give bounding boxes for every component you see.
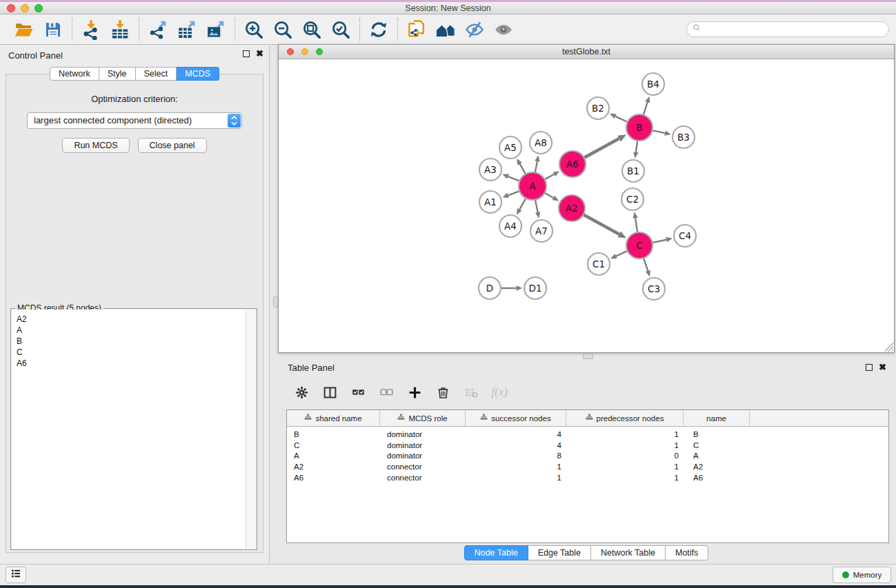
close-panel-button[interactable]: Close panel xyxy=(138,138,207,153)
result-item[interactable]: B xyxy=(17,336,256,347)
task-list-icon xyxy=(10,567,22,582)
graph-node-label: A5 xyxy=(504,142,517,153)
graph-edge-A-A5[interactable] xyxy=(520,164,526,174)
graph-edge-A-A3[interactable] xyxy=(508,176,520,181)
float-table-panel-icon[interactable] xyxy=(866,364,873,371)
window-resize-grip[interactable] xyxy=(884,343,893,352)
graph-edge-C-C4[interactable] xyxy=(653,240,667,243)
table-row[interactable]: A2connector11A2 xyxy=(287,462,888,473)
table-cell: B xyxy=(287,429,380,440)
result-list-scrollbar[interactable] xyxy=(246,310,256,549)
table-row[interactable]: Bdominator41B xyxy=(287,429,888,440)
result-item[interactable]: C xyxy=(17,347,256,358)
tab-edge-table[interactable]: Edge Table xyxy=(528,545,591,560)
import-table-icon[interactable] xyxy=(108,18,132,41)
table-row[interactable]: Cdominator41C xyxy=(287,440,888,452)
home-icon[interactable] xyxy=(434,18,457,41)
graph-edge-arrowhead xyxy=(633,152,638,158)
tab-network[interactable]: Network xyxy=(50,67,99,81)
zoom-out-icon[interactable] xyxy=(271,18,295,41)
result-item[interactable]: A2 xyxy=(17,314,256,325)
graph-edge-B-B1[interactable] xyxy=(636,141,637,152)
close-window-button[interactable] xyxy=(7,4,15,12)
graph-edge-A-A2[interactable] xyxy=(544,193,553,198)
column-header-successor-nodes[interactable]: successor nodes xyxy=(466,410,566,426)
vertical-splitter-handle[interactable] xyxy=(273,296,278,307)
fx-icon[interactable]: f(x) xyxy=(491,384,508,401)
network-canvas[interactable]: AA6A2BCA1A3A5A8A4A7B1B2B3B4C1C2C3C4DD1 xyxy=(279,59,894,352)
zoom-fit-icon[interactable] xyxy=(300,18,323,41)
table-cell: 0 xyxy=(566,451,684,462)
mcds-result-groupbox: MCDS result (5 nodes) A2ABCA6 xyxy=(10,308,257,550)
horizontal-splitter-handle[interactable] xyxy=(583,354,593,359)
result-item[interactable]: A xyxy=(17,325,256,336)
split-panel-icon[interactable] xyxy=(321,384,338,401)
export-image-icon[interactable] xyxy=(204,18,228,41)
graph-edge-B-B3[interactable] xyxy=(653,130,666,133)
import-network-icon[interactable] xyxy=(79,18,103,41)
column-header-MCDS-role[interactable]: MCDS role xyxy=(380,410,466,426)
run-mcds-button[interactable]: Run MCDS xyxy=(62,138,129,153)
tab-network-table[interactable]: Network Table xyxy=(591,545,666,560)
zoom-selected-icon[interactable] xyxy=(329,18,352,41)
zoom-window-button[interactable] xyxy=(34,4,43,12)
window-controls xyxy=(7,4,43,12)
graph-edge-A6-B[interactable] xyxy=(584,139,619,158)
save-icon[interactable] xyxy=(41,18,65,41)
minimize-window-button[interactable] xyxy=(21,4,29,12)
tab-select[interactable]: Select xyxy=(136,67,177,81)
optimization-criterion-dropdown[interactable]: largest connected component (directed) xyxy=(27,112,242,129)
table-panel-tabs: Node TableEdge TableNetwork TableMotifs xyxy=(278,545,895,560)
memory-button[interactable]: Memory xyxy=(833,567,891,583)
graph-edge-B-B4[interactable] xyxy=(644,102,648,115)
mcds-result-list[interactable]: A2ABCA6 xyxy=(12,310,256,549)
unselect-all-icon[interactable] xyxy=(378,384,395,401)
graph-edge-A-A7[interactable] xyxy=(535,200,538,212)
tab-mcds[interactable]: MCDS xyxy=(177,67,219,81)
graph-edge-C-C1[interactable] xyxy=(616,251,628,256)
column-header-shared-name[interactable]: shared name xyxy=(287,410,380,426)
zoom-in-icon[interactable] xyxy=(242,18,266,41)
result-item[interactable]: A6 xyxy=(17,358,256,369)
table-cell: dominator xyxy=(380,440,466,452)
export-network-icon[interactable] xyxy=(146,18,170,41)
column-header-name[interactable]: name xyxy=(684,410,750,426)
toolbar-group xyxy=(139,18,235,41)
refresh-icon[interactable] xyxy=(367,18,390,41)
close-table-panel-icon[interactable]: ✖ xyxy=(879,363,886,372)
close-panel-icon[interactable]: ✖ xyxy=(256,50,263,58)
snapshot-icon[interactable] xyxy=(405,18,428,41)
graph-edge-B-B2[interactable] xyxy=(615,116,628,122)
graph-edge-A2-C[interactable] xyxy=(584,214,619,234)
graph-edge-C-C2[interactable] xyxy=(635,218,637,232)
graph-edge-arrowhead xyxy=(517,285,523,291)
open-folder-icon[interactable] xyxy=(12,18,36,41)
tab-node-table[interactable]: Node Table xyxy=(464,545,528,560)
main-toolbar xyxy=(0,14,896,45)
graph-node-label: C4 xyxy=(679,230,691,241)
settings-icon[interactable] xyxy=(293,384,310,401)
add-icon[interactable] xyxy=(406,384,423,401)
table-cell: 1 xyxy=(466,473,566,484)
graph-node-label: B1 xyxy=(627,165,639,176)
tab-motifs[interactable]: Motifs xyxy=(666,545,708,560)
task-history-button[interactable] xyxy=(6,567,26,583)
tab-style[interactable]: Style xyxy=(99,67,136,81)
delete-icon[interactable] xyxy=(435,384,451,401)
hide-eye-icon[interactable] xyxy=(463,18,486,41)
show-eye-icon[interactable] xyxy=(492,18,515,41)
select-all-icon[interactable] xyxy=(350,384,366,401)
search-box[interactable] xyxy=(686,21,889,37)
graph-edge-A-A1[interactable] xyxy=(508,191,520,195)
column-header-predecessor-nodes[interactable]: predecessor nodes xyxy=(566,410,684,426)
table-row[interactable]: Adominator80A xyxy=(287,451,888,462)
table-cell: C xyxy=(287,440,380,452)
graph-edge-A-A4[interactable] xyxy=(519,199,526,210)
float-panel-icon[interactable] xyxy=(243,50,250,57)
table-row[interactable]: A6connector11A6 xyxy=(287,473,888,484)
graph-edge-A-A8[interactable] xyxy=(535,161,537,172)
graph-edge-C-C3[interactable] xyxy=(644,258,648,271)
delete-table-icon[interactable] xyxy=(463,384,479,401)
export-table-icon[interactable] xyxy=(175,18,199,41)
graph-edge-A-A6[interactable] xyxy=(545,174,555,180)
